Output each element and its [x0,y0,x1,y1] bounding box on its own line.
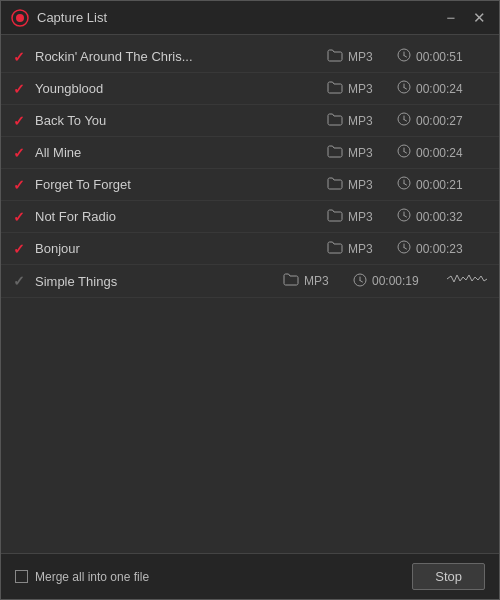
track-check-icon: ✓ [13,241,35,257]
track-format-label: MP3 [348,50,373,64]
track-format-label: MP3 [348,114,373,128]
track-list: ✓Rockin' Around The Chris... MP3 00:00:5… [1,35,499,553]
track-duration-label: 00:00:24 [416,146,463,160]
clock-icon [397,80,411,97]
track-format: MP3 [327,145,397,161]
track-format: MP3 [327,241,397,257]
track-format-label: MP3 [304,274,329,288]
track-duration-label: 00:00:19 [372,274,419,288]
track-duration-label: 00:00:23 [416,242,463,256]
track-duration: 00:00:23 [397,240,487,257]
folder-icon [327,209,343,225]
svg-line-19 [404,216,407,218]
title-bar: Capture List − ✕ [1,1,499,35]
svg-line-25 [360,280,363,282]
track-name: Youngblood [35,81,327,96]
svg-line-13 [404,152,407,154]
merge-checkbox[interactable] [15,570,28,583]
folder-icon [327,145,343,161]
track-name: Forget To Forget [35,177,327,192]
track-row[interactable]: ✓Forget To Forget MP3 00:00:21 [1,169,499,201]
track-format-label: MP3 [348,242,373,256]
track-duration-label: 00:00:32 [416,210,463,224]
track-name: Back To You [35,113,327,128]
folder-icon [327,241,343,257]
track-duration: 00:00:24 [397,80,487,97]
track-check-icon: ✓ [13,273,35,289]
track-format: MP3 [327,209,397,225]
track-format-label: MP3 [348,210,373,224]
track-row[interactable]: ✓Back To You MP3 00:00:27 [1,105,499,137]
waveform-icon [447,272,487,290]
track-row[interactable]: ✓Simple Things MP3 00:00:19 [1,265,499,298]
track-check-icon: ✓ [13,145,35,161]
capture-list-window: Capture List − ✕ ✓Rockin' Around The Chr… [0,0,500,600]
track-format: MP3 [283,273,353,289]
clock-icon [397,48,411,65]
folder-icon [327,81,343,97]
close-button[interactable]: ✕ [469,10,489,25]
folder-icon [327,113,343,129]
track-format: MP3 [327,81,397,97]
clock-icon [397,240,411,257]
track-duration: 00:00:24 [397,144,487,161]
track-duration: 00:00:51 [397,48,487,65]
track-format: MP3 [327,49,397,65]
track-row[interactable]: ✓Bonjour MP3 00:00:23 [1,233,499,265]
svg-line-7 [404,88,407,90]
track-format: MP3 [327,113,397,129]
app-icon [11,9,29,27]
clock-icon [397,208,411,225]
window-controls: − ✕ [441,10,489,25]
track-row[interactable]: ✓Rockin' Around The Chris... MP3 00:00:5… [1,41,499,73]
track-check-icon: ✓ [13,209,35,225]
track-row[interactable]: ✓Not For Radio MP3 00:00:32 [1,201,499,233]
track-check-icon: ✓ [13,81,35,97]
track-duration: 00:00:32 [397,208,487,225]
merge-label: Merge all into one file [35,570,412,584]
track-name: Rockin' Around The Chris... [35,49,327,64]
clock-icon [397,144,411,161]
track-duration-label: 00:00:27 [416,114,463,128]
track-duration: 00:00:21 [397,176,487,193]
track-duration: 00:00:27 [397,112,487,129]
folder-icon [283,273,299,289]
track-check-icon: ✓ [13,113,35,129]
track-row[interactable]: ✓All Mine MP3 00:00:24 [1,137,499,169]
window-title: Capture List [37,10,441,25]
folder-icon [327,49,343,65]
minimize-button[interactable]: − [441,10,461,25]
track-name: Not For Radio [35,209,327,224]
svg-line-4 [404,56,407,58]
svg-line-16 [404,184,407,186]
track-check-icon: ✓ [13,49,35,65]
track-format-label: MP3 [348,82,373,96]
track-format: MP3 [327,177,397,193]
clock-icon [353,273,367,290]
track-name: Bonjour [35,241,327,256]
folder-icon [327,177,343,193]
track-name: Simple Things [35,274,283,289]
svg-line-10 [404,120,407,122]
clock-icon [397,112,411,129]
track-duration-label: 00:00:24 [416,82,463,96]
track-duration-label: 00:00:21 [416,178,463,192]
track-name: All Mine [35,145,327,160]
track-duration-label: 00:00:51 [416,50,463,64]
footer: Merge all into one file Stop [1,553,499,599]
track-format-label: MP3 [348,178,373,192]
track-duration: 00:00:19 [353,273,443,290]
svg-point-1 [16,14,24,22]
stop-button[interactable]: Stop [412,563,485,590]
track-format-label: MP3 [348,146,373,160]
track-row[interactable]: ✓Youngblood MP3 00:00:24 [1,73,499,105]
svg-line-22 [404,248,407,250]
track-check-icon: ✓ [13,177,35,193]
clock-icon [397,176,411,193]
